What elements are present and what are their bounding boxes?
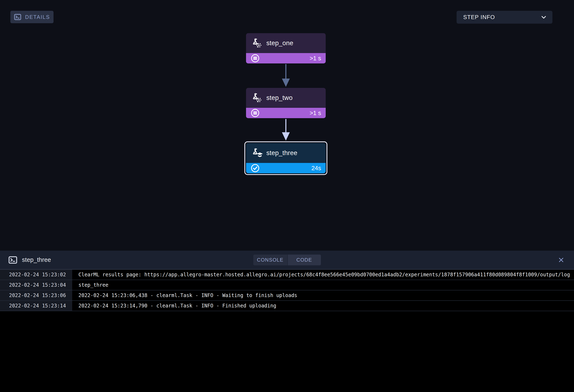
- log-message: ClearML results page: https://app.allegr…: [72, 270, 574, 280]
- experiment-flask-cap-icon: [251, 148, 263, 158]
- log-message: 2022-02-24 15:23:14,790 - clearml.Task -…: [72, 301, 574, 311]
- completed-check-icon: [251, 164, 260, 173]
- node-label: step_three: [266, 149, 297, 157]
- tab-console[interactable]: CONSOLE: [253, 255, 287, 265]
- pipeline-node-step-three[interactable]: step_three 24s: [244, 141, 327, 175]
- log-timestamp: 2022-02-24 15:23:02: [0, 270, 72, 280]
- console-row: 2022-02-24 15:23:02 ClearML results page…: [0, 270, 574, 280]
- node-header: step_two: [246, 88, 326, 108]
- console-row: 2022-02-24 15:23:04 step_three: [0, 280, 574, 291]
- log-message: step_three: [72, 280, 574, 290]
- panel-tabs: CONSOLE CODE: [253, 255, 321, 265]
- panel-header: step_three CONSOLE CODE: [0, 251, 574, 270]
- edge-arrow-two-three: [281, 119, 290, 141]
- log-timestamp: 2022-02-24 15:23:06: [0, 291, 72, 300]
- step-info-dropdown[interactable]: STEP INFO: [457, 11, 553, 24]
- queued-status-icon: [251, 108, 260, 118]
- queued-status-icon: [251, 54, 260, 63]
- node-duration: >1 s: [309, 55, 321, 62]
- node-status-bar: >1 s: [246, 53, 326, 63]
- experiment-flask-icon: [251, 93, 263, 103]
- chevron-down-icon: [540, 14, 547, 20]
- experiment-flask-icon: [251, 38, 263, 48]
- node-status-bar: >1 s: [246, 108, 326, 118]
- terminal-icon: [8, 255, 18, 265]
- step-info-label: STEP INFO: [463, 14, 495, 20]
- node-header: step_three: [246, 143, 326, 163]
- log-timestamp: 2022-02-24 15:23:14: [0, 301, 72, 311]
- panel-title: step_three: [22, 256, 51, 263]
- node-duration: 24s: [311, 165, 321, 172]
- console-row: 2022-02-24 15:23:06 2022-02-24 15:23:06,…: [0, 291, 574, 301]
- terminal-icon: [14, 13, 21, 21]
- pipeline-node-step-one[interactable]: step_one >1 s: [246, 33, 326, 63]
- details-button-label: DETAILS: [25, 14, 50, 20]
- step-details-panel: step_three CONSOLE CODE 2022-02-24 15:23…: [0, 251, 574, 392]
- close-icon: [558, 256, 564, 263]
- pipeline-node-step-two[interactable]: step_two >1 s: [246, 88, 326, 118]
- console-log[interactable]: 2022-02-24 15:23:02 ClearML results page…: [0, 270, 574, 311]
- pipeline-page: DETAILS STEP INFO step_one: [0, 0, 574, 392]
- node-header: step_one: [246, 33, 326, 53]
- log-timestamp: 2022-02-24 15:23:04: [0, 280, 72, 290]
- node-status-bar: 24s: [246, 163, 326, 173]
- node-label: step_two: [266, 94, 292, 101]
- details-button[interactable]: DETAILS: [10, 11, 54, 23]
- node-label: step_one: [266, 39, 293, 47]
- close-panel-button[interactable]: [556, 255, 566, 265]
- tab-code[interactable]: CODE: [288, 255, 321, 265]
- log-message: 2022-02-24 15:23:06,438 - clearml.Task -…: [72, 291, 574, 300]
- edge-arrow-one-two: [281, 64, 290, 87]
- console-row: 2022-02-24 15:23:14 2022-02-24 15:23:14,…: [0, 301, 574, 311]
- node-duration: >1 s: [309, 110, 321, 117]
